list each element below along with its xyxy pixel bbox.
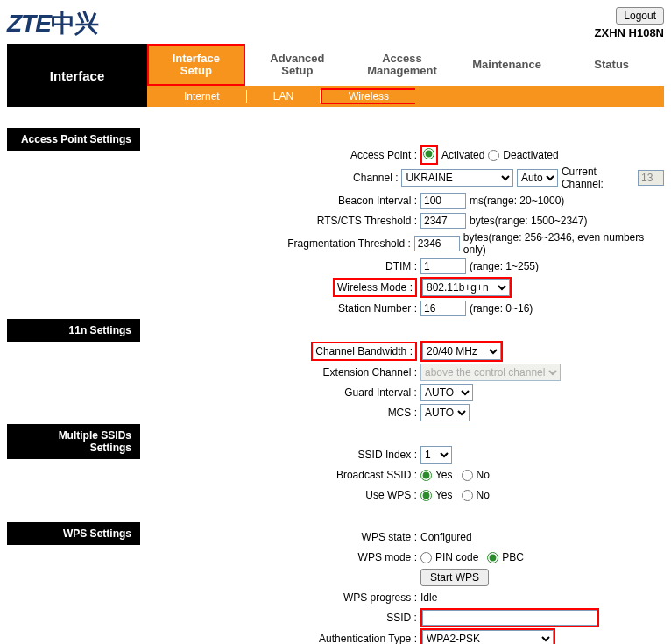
ext-channel-select: above the control channel xyxy=(420,364,561,381)
dtim-label: DTIM : xyxy=(140,260,420,272)
station-input[interactable] xyxy=(420,301,466,316)
frag-range: bytes(range: 256~2346, even numbers only… xyxy=(463,231,664,256)
current-channel-label: Current Channel: xyxy=(562,166,634,190)
beacon-input[interactable] xyxy=(420,193,466,209)
channel-auto-select[interactable]: Auto xyxy=(517,169,558,187)
rts-range: bytes(range: 1500~2347) xyxy=(470,215,587,227)
subtab-internet[interactable]: Internet xyxy=(158,90,247,103)
ssid-index-select[interactable]: 1 xyxy=(420,446,452,464)
wps-progress-label: WPS progress : xyxy=(140,591,420,604)
wps-pbc-radio[interactable] xyxy=(487,552,498,563)
wps-mode-label: WPS mode : xyxy=(140,551,420,563)
wps-progress-value: Idle xyxy=(420,591,437,604)
ssid-input[interactable] xyxy=(422,610,597,626)
frag-label: Fragmentation Threshold : xyxy=(140,237,414,250)
tab-access-management[interactable]: AccessManagement xyxy=(350,44,455,86)
wireless-mode-label: Wireless Mode : xyxy=(333,278,417,297)
beacon-range: ms(range: 20~1000) xyxy=(470,195,564,207)
channel-bw-select[interactable]: 20/40 MHz xyxy=(422,343,501,360)
brand-logo: ZTE中兴 xyxy=(7,7,98,40)
access-point-deactivated-radio[interactable] xyxy=(488,150,499,161)
mcs-label: MCS : xyxy=(140,407,420,419)
dtim-range: (range: 1~255) xyxy=(470,260,539,272)
mcs-select[interactable]: AUTO xyxy=(420,404,470,421)
station-range: (range: 0~16) xyxy=(470,302,533,315)
subtab-wireless[interactable]: Wireless xyxy=(321,88,415,104)
model-label: ZXHN H108N xyxy=(595,26,664,39)
tab-status[interactable]: Status xyxy=(559,44,664,86)
activated-label: Activated xyxy=(441,149,484,161)
deactivated-label: Deactivated xyxy=(503,149,558,161)
current-channel-value xyxy=(638,170,664,186)
auth-type-select[interactable]: WPA2-PSK xyxy=(422,630,554,644)
section-access-point: Access Point Settings xyxy=(7,128,140,151)
wps-state-value: Configured xyxy=(420,531,472,543)
logout-button[interactable]: Logout xyxy=(616,7,664,25)
channel-country-select[interactable]: UKRAINE xyxy=(401,169,512,187)
broadcast-ssid-label: Broadcast SSID : xyxy=(140,469,420,481)
broadcast-yes-radio[interactable] xyxy=(420,470,432,481)
channel-label: Channel : xyxy=(140,172,402,184)
rts-label: RTS/CTS Threshold : xyxy=(140,215,420,227)
wps-pin-radio[interactable] xyxy=(420,552,432,563)
channel-bw-label: Channel Bandwidth : xyxy=(311,342,417,361)
tab-maintenance[interactable]: Maintenance xyxy=(455,44,560,86)
dtim-input[interactable] xyxy=(420,258,466,274)
tab-interface-setup[interactable]: InterfaceSetup xyxy=(147,44,245,86)
access-point-activated-radio[interactable] xyxy=(423,148,434,159)
section-11n: 11n Settings xyxy=(7,319,140,342)
section-wps: WPS Settings xyxy=(7,522,140,545)
ssid-label: SSID : xyxy=(140,612,420,624)
auth-type-label: Authentication Type : xyxy=(140,633,420,644)
tab-advanced-setup[interactable]: AdvancedSetup xyxy=(245,44,350,86)
beacon-label: Beacon Interval : xyxy=(140,195,420,207)
guard-interval-select[interactable]: AUTO xyxy=(420,384,473,401)
subtab-lan[interactable]: LAN xyxy=(247,90,321,103)
start-wps-button[interactable]: Start WPS xyxy=(420,569,489,586)
ext-channel-label: Extension Channel : xyxy=(140,366,420,379)
frag-input[interactable] xyxy=(414,236,460,251)
access-point-label: Access Point : xyxy=(140,149,420,161)
section-multiple-ssids: Multiple SSIDs Settings xyxy=(7,424,140,459)
usewps-yes-radio[interactable] xyxy=(420,490,432,501)
wps-state-label: WPS state : xyxy=(140,531,420,543)
usewps-no-radio[interactable] xyxy=(462,490,473,501)
broadcast-no-radio[interactable] xyxy=(462,470,473,481)
nav-category: Interface xyxy=(7,44,147,107)
guard-interval-label: Guard Interval : xyxy=(140,386,420,399)
wireless-mode-select[interactable]: 802.11b+g+n xyxy=(422,279,510,296)
ssid-index-label: SSID Index : xyxy=(140,449,420,461)
station-label: Station Number : xyxy=(140,302,420,315)
use-wps-label: Use WPS : xyxy=(140,489,420,501)
rts-input[interactable] xyxy=(420,213,466,229)
